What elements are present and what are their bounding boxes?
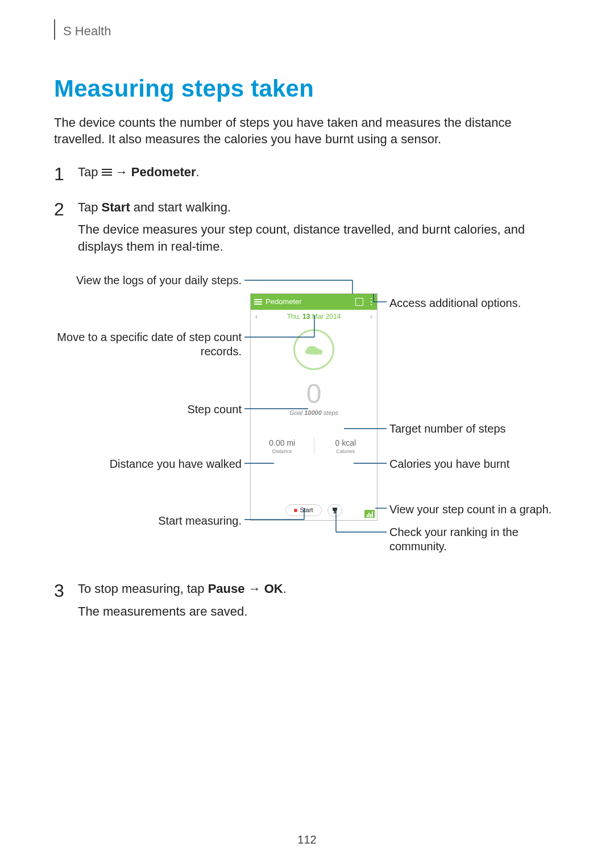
step2-line2: The device measures your step count, dis… xyxy=(78,221,560,255)
breadcrumb-text: S Health xyxy=(63,23,111,40)
date-prefix: Thu, xyxy=(287,313,302,321)
callout-options: Access additional options. xyxy=(389,296,521,310)
callout-start-measuring: Start measuring. xyxy=(54,514,242,528)
goal-text: Goal 10000 steps xyxy=(251,409,377,417)
step-count-value: 0 xyxy=(251,380,377,408)
step2-l1a: Tap xyxy=(78,200,102,214)
goal-value: 10000 xyxy=(304,409,322,416)
calories-stat: 0 kcal Calories xyxy=(314,438,377,455)
step-1: 1 Tap → Pedometer. xyxy=(54,164,560,186)
step-number: 3 xyxy=(54,580,78,625)
step2-l1c: and start walking. xyxy=(130,200,231,214)
share-icon[interactable] xyxy=(355,298,363,306)
date-day: 13 xyxy=(302,313,310,321)
step3-l1a: To stop measuring, tap xyxy=(78,582,208,596)
step3-line2: The measurements are saved. xyxy=(78,603,560,620)
step-2: 2 Tap Start and start walking. The devic… xyxy=(54,199,560,261)
step-3: 3 To stop measuring, tap Pause → OK. The… xyxy=(54,580,560,625)
step2-l1b: Start xyxy=(102,200,130,214)
callout-step-count: Step count xyxy=(54,402,242,417)
trophy-button[interactable] xyxy=(327,504,342,517)
step1-suffix: . xyxy=(196,165,200,179)
goal-prefix: Goal xyxy=(289,409,304,416)
trophy-icon xyxy=(331,507,338,514)
step1-arrow: → xyxy=(112,165,131,179)
chevron-left-icon[interactable]: ‹ xyxy=(255,312,258,321)
menu-icon xyxy=(102,167,112,177)
step-number: 1 xyxy=(54,164,78,186)
more-options-icon[interactable]: ⋮ xyxy=(367,298,374,305)
distance-value: 0.00 mi xyxy=(269,438,295,447)
phone-header: Pedometer ⋮ xyxy=(251,294,377,310)
phone-title: Pedometer xyxy=(265,297,352,307)
shoe-icon xyxy=(293,329,334,370)
callout-distance: Distance you have walked xyxy=(54,457,242,471)
menu-icon[interactable] xyxy=(254,298,262,306)
breadcrumb: S Health xyxy=(54,23,560,40)
start-label: Start xyxy=(300,506,313,514)
calories-value: 0 kcal xyxy=(335,438,356,447)
distance-label: Distance xyxy=(251,448,314,455)
step3-l1c: OK xyxy=(264,582,283,596)
pedometer-diagram: View the logs of your daily steps. Move … xyxy=(54,273,560,563)
distance-stat: 0.00 mi Distance xyxy=(251,438,314,455)
page-title: Measuring steps taken xyxy=(54,73,560,105)
date-navigator: ‹ Thu, 13 Mar 2014 › xyxy=(251,310,377,323)
chevron-right-icon[interactable]: › xyxy=(370,312,372,321)
calories-label: Calories xyxy=(314,448,377,455)
step3-l1b: Pause xyxy=(208,582,245,596)
bar-chart-icon[interactable] xyxy=(364,510,375,518)
step1-target: Pedometer xyxy=(131,165,196,179)
callout-ranking: Check your ranking in the community. xyxy=(389,525,537,554)
callout-calories: Calories you have burnt xyxy=(389,457,509,471)
step-number: 2 xyxy=(54,199,78,261)
date-display[interactable]: Thu, 13 Mar 2014 xyxy=(287,312,341,321)
step3-l1d: . xyxy=(283,582,287,596)
phone-screenshot: Pedometer ⋮ ‹ Thu, 13 Mar 2014 › 0 Goal … xyxy=(250,293,377,521)
callout-logs: View the logs of your daily steps. xyxy=(54,273,242,288)
goal-suffix: steps xyxy=(322,409,338,416)
callout-graph: View your step count in a graph. xyxy=(389,502,551,517)
step3-arrow: → xyxy=(245,582,264,596)
callout-target: Target number of steps xyxy=(389,422,506,436)
intro-text: The device counts the number of steps yo… xyxy=(54,114,560,148)
record-dot-icon xyxy=(294,509,297,512)
page-number: 112 xyxy=(0,832,614,848)
date-suffix: Mar 2014 xyxy=(310,313,341,321)
stats-row: 0.00 mi Distance 0 kcal Calories xyxy=(251,438,377,455)
start-button[interactable]: Start xyxy=(285,504,321,516)
step1-prefix: Tap xyxy=(78,165,102,179)
breadcrumb-bar xyxy=(54,19,55,40)
callout-move-date: Move to a specific date of step count re… xyxy=(54,330,242,359)
